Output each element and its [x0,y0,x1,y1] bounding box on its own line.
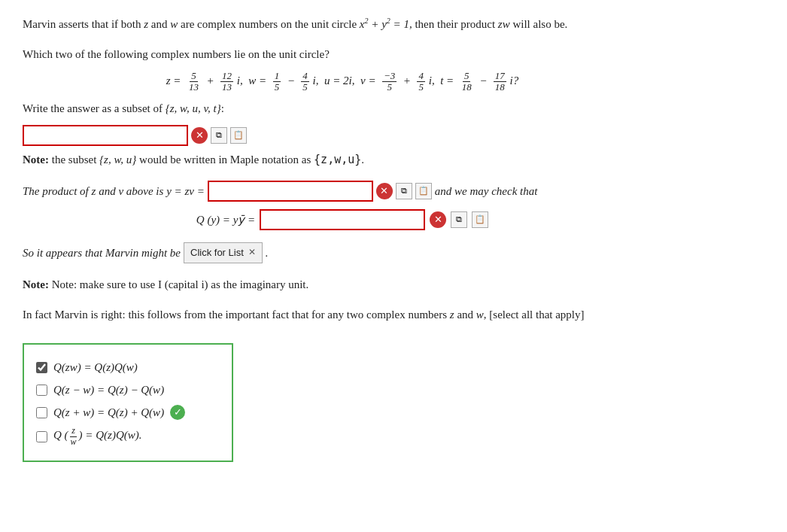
question4-section: In fact Marvin is right: this follows fr… [23,306,662,461]
q1-clear-button[interactable]: ✕ [191,127,208,144]
question1-section: Which two of the following complex numbe… [23,45,662,169]
checkmark-icon-3: ✓ [170,405,185,420]
q1-note: Note: the subset {z, w, u} would be writ… [23,150,662,169]
checkbox-row-1: Q(zw) = Q(z)Q(w) [36,358,220,376]
checkbox-group: Q(zw) = Q(z)Q(w) Q(z − w) = Q(z) − Q(w) … [23,343,233,461]
checkbox-2-label[interactable]: Q(z − w) = Q(z) − Q(w) [53,381,164,399]
q3-dropdown-label: Click for List [190,245,244,261]
q3-prefix: So it appears that Marvin might be [23,244,181,262]
q2-clear2-button[interactable]: ✕ [430,211,446,228]
question3-section: So it appears that Marvin might be Click… [23,242,662,264]
q3-dropdown[interactable]: Click for List ✕ [184,242,263,264]
q3-suffix: . [266,244,269,262]
q2-copy-button2[interactable]: 📋 [415,183,432,199]
copy1-icon: ⧉ [216,130,222,140]
note2-section: Note: Note: make sure to use I (capital … [23,275,662,293]
checkbox-row-3: Q(z + w) = Q(z) + Q(w) ✓ [36,403,220,421]
checkbox-1-label[interactable]: Q(zw) = Q(z)Q(w) [53,358,138,376]
question2-section: The product of z and v above is y = zv =… [23,181,662,230]
q3-line: So it appears that Marvin might be Click… [23,242,662,264]
q2-answer-input[interactable] [208,181,373,202]
q1-equation: z = 513 + 1213 i, w = 15 − 45 i, u = 2i,… [23,71,662,93]
q1-input-row: ✕ ⧉ 📋 [23,125,662,146]
checkbox-row-2: Q(z − w) = Q(z) − Q(w) [36,381,220,399]
checkbox-row-4: Q (zw) = Q(z)Q(w). [36,426,220,446]
q2-copy2b1-button[interactable]: ⧉ [451,211,467,228]
note2-text: Note: Note: make sure to use I (capital … [23,275,662,293]
checkbox-3-label[interactable]: Q(z + w) = Q(z) + Q(w) [53,403,164,421]
q2-copy1-icon: ⧉ [401,186,407,196]
q1-text: Which two of the following complex numbe… [23,45,662,63]
q4-text: In fact Marvin is right: this follows fr… [23,306,662,324]
intro-section: Marvin asserts that if both z and w are … [23,15,662,33]
q2-copy2b1-icon: ⧉ [456,214,462,224]
q2-line1: The product of z and v above is y = zv =… [23,181,662,202]
q1-answer-input[interactable] [23,125,188,146]
intro-text: Marvin asserts that if both z and w are … [23,15,662,33]
q2-copy2b2-button[interactable]: 📋 [472,211,488,228]
checkbox-1[interactable] [36,362,47,373]
checkbox-3[interactable] [36,407,47,418]
q2-suffix: and we may check that [435,182,538,200]
q3-dropdown-clear[interactable]: ✕ [248,245,256,260]
q2-clear-icon: ✕ [380,185,388,196]
q2-clear-button[interactable]: ✕ [376,183,393,199]
checkbox-2[interactable] [36,385,47,396]
q2-prefix: The product of z and v above is y = zv = [23,182,205,200]
checkbox-4[interactable] [36,431,47,442]
q1-copy-button1[interactable]: ⧉ [211,127,227,144]
q1-copy-button2[interactable]: 📋 [230,127,247,144]
q1-instructions: Write the answer as a subset of {z, w, u… [23,99,662,117]
q2-line2: Q (y) = yȳ = ✕ ⧉ 📋 [23,209,662,230]
main-content: Marvin asserts that if both z and w are … [23,15,662,462]
q2-copy-button1[interactable]: ⧉ [396,183,412,199]
q2-copy2b2-icon: 📋 [475,214,485,224]
q1-clear-icon: ✕ [196,129,204,141]
checkbox-4-label[interactable]: Q (zw) = Q(z)Q(w). [53,426,142,446]
q2-copy2-icon: 📋 [418,186,429,196]
q2-answer2-input[interactable] [260,209,425,230]
q2-q-label: Q (y) = yȳ = [196,211,255,229]
q2-clear2-icon: ✕ [434,214,442,225]
copy2-icon: 📋 [233,130,244,140]
